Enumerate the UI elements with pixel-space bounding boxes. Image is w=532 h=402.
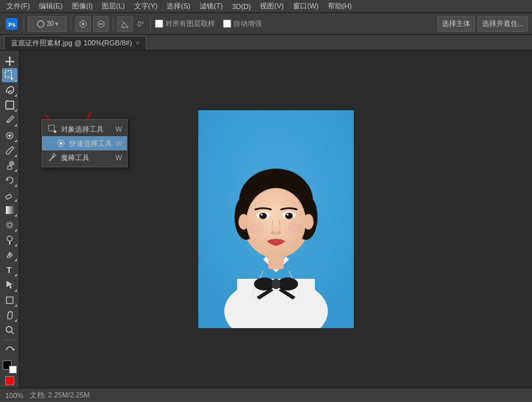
tool-eyedropper[interactable] (2, 113, 17, 127)
flyout-shortcut-quick-select: W (115, 139, 122, 147)
svg-rect-19 (5, 194, 11, 199)
main-area: T (0, 51, 532, 388)
active-indicator (47, 141, 51, 145)
tab-bar: 蓝底证件照素材.jpg @ 100%(RGB/8#) × (0, 35, 532, 51)
tool-heal[interactable] (2, 128, 17, 142)
options-toolbar: Ps 30 ▾ 0° 对所有图层取样 自动增强 选择主体 选择并遮住... (0, 13, 532, 35)
svg-rect-10 (6, 101, 14, 109)
svg-line-30 (11, 331, 14, 334)
svg-point-67 (303, 214, 314, 230)
menu-filter[interactable]: 滤镜(T) (196, 0, 227, 13)
tool-flyout-menu: 对象选择工具 W 快速选择工具 W 魔棒工具 W (41, 119, 128, 167)
brush-preset-picker[interactable]: 30 ▾ (28, 16, 67, 32)
brush-mode-subtract[interactable] (93, 16, 109, 32)
svg-text:Ps: Ps (8, 21, 16, 28)
tool-brush[interactable] (2, 143, 17, 158)
tool-dodge[interactable] (2, 233, 17, 247)
svg-text:T: T (6, 265, 12, 275)
photo-svg (198, 110, 354, 328)
menu-3d[interactable]: 3D(D) (228, 0, 255, 13)
svg-point-72 (272, 279, 281, 289)
id-photo (198, 110, 354, 328)
flyout-item-object-select[interactable]: 对象选择工具 W (42, 122, 127, 136)
zoom-level: 100% (5, 392, 23, 399)
flyout-label-quick-select: 快速选择工具 (69, 139, 112, 148)
select-subject-button[interactable]: 选择主体 (437, 16, 475, 32)
magic-wand-icon (47, 152, 58, 163)
menu-view[interactable]: 视图(V) (256, 0, 288, 13)
svg-point-35 (54, 130, 56, 133)
brush-mode-normal[interactable] (75, 16, 91, 32)
tool-rotate[interactable] (2, 343, 17, 357)
flyout-item-magic-wand[interactable]: 魔棒工具 W (42, 150, 127, 165)
svg-point-29 (6, 326, 12, 332)
svg-rect-17 (8, 166, 12, 169)
tool-gradient[interactable] (2, 203, 17, 217)
select-refine-button[interactable]: 选择并遮住... (478, 16, 528, 32)
svg-rect-28 (6, 297, 13, 303)
color-mode-buttons (5, 376, 14, 385)
svg-line-41 (55, 154, 56, 154)
menu-edit[interactable]: 编辑(E) (35, 0, 67, 13)
tool-shapes[interactable] (2, 293, 17, 307)
svg-marker-18 (6, 178, 9, 181)
svg-point-37 (60, 142, 62, 145)
left-toolbar: T (0, 51, 19, 388)
flyout-label-magic-wand: 魔棒工具 (61, 153, 89, 163)
svg-point-22 (8, 223, 12, 227)
svg-marker-31 (13, 348, 15, 351)
tool-blur[interactable] (2, 218, 17, 232)
flyout-item-quick-select[interactable]: 快速选择工具 W (42, 136, 127, 150)
menu-file[interactable]: 文件(F) (3, 0, 34, 13)
tool-pen[interactable] (2, 248, 17, 262)
angle-value: 0° (135, 20, 146, 28)
tool-move[interactable] (2, 53, 17, 67)
tool-type[interactable]: T (2, 263, 17, 277)
svg-point-4 (82, 23, 84, 25)
menu-bar: 文件(F) 编辑(E) 图像(I) 图层(L) 文字(Y) 选择(S) 滤镜(T… (0, 0, 532, 13)
menu-text[interactable]: 文字(Y) (130, 0, 162, 13)
object-select-icon (47, 124, 58, 134)
tool-history-brush[interactable] (2, 173, 17, 187)
svg-point-64 (249, 223, 264, 233)
svg-rect-8 (5, 71, 12, 77)
tool-eraser[interactable] (2, 188, 17, 202)
ps-home-button[interactable]: Ps (4, 16, 19, 32)
svg-point-57 (260, 214, 262, 216)
auto-enhance-checkbox[interactable]: 自动增强 (223, 19, 262, 29)
tool-zoom[interactable] (2, 323, 17, 337)
foreground-background-colors[interactable] (3, 361, 17, 373)
angle-icon (117, 16, 133, 32)
tab-filename: 蓝底证件照素材.jpg @ 100%(RGB/8#) (11, 38, 132, 48)
all-layers-checkbox[interactable]: 对所有图层取样 (155, 19, 215, 29)
tool-hand[interactable] (2, 308, 17, 322)
tool-path-select[interactable] (2, 278, 17, 292)
svg-point-61 (286, 214, 288, 216)
menu-image[interactable]: 图像(I) (68, 0, 97, 13)
svg-rect-20 (6, 206, 14, 214)
tab-close-button[interactable]: × (136, 40, 140, 47)
svg-marker-7 (5, 56, 14, 65)
tool-lasso[interactable] (2, 83, 17, 97)
canvas-area: 对象选择工具 W 快速选择工具 W 魔棒工具 W (19, 51, 532, 388)
flyout-shortcut-object-select: W (115, 125, 122, 133)
status-info: 文档: 2.25M/2.25M (30, 390, 89, 400)
status-bar: 100% 文档: 2.25M/2.25M (0, 388, 532, 402)
tool-stamp[interactable] (2, 158, 17, 172)
menu-layer[interactable]: 图层(L) (98, 0, 128, 13)
document-tab[interactable]: 蓝底证件照素材.jpg @ 100%(RGB/8#) × (4, 36, 146, 50)
tool-selection[interactable] (2, 68, 17, 82)
menu-help[interactable]: 帮助(H) (324, 0, 356, 13)
svg-point-63 (276, 231, 281, 235)
svg-rect-34 (49, 125, 54, 131)
svg-marker-27 (6, 281, 13, 289)
svg-point-65 (288, 223, 303, 233)
svg-point-25 (8, 254, 10, 256)
svg-point-13 (7, 121, 8, 123)
quick-mask-mode[interactable] (5, 376, 14, 385)
background-color[interactable] (9, 366, 17, 373)
menu-select[interactable]: 选择(S) (163, 0, 194, 13)
svg-point-62 (271, 231, 276, 235)
tool-crop[interactable] (2, 98, 17, 112)
menu-window[interactable]: 窗口(W) (289, 0, 323, 13)
